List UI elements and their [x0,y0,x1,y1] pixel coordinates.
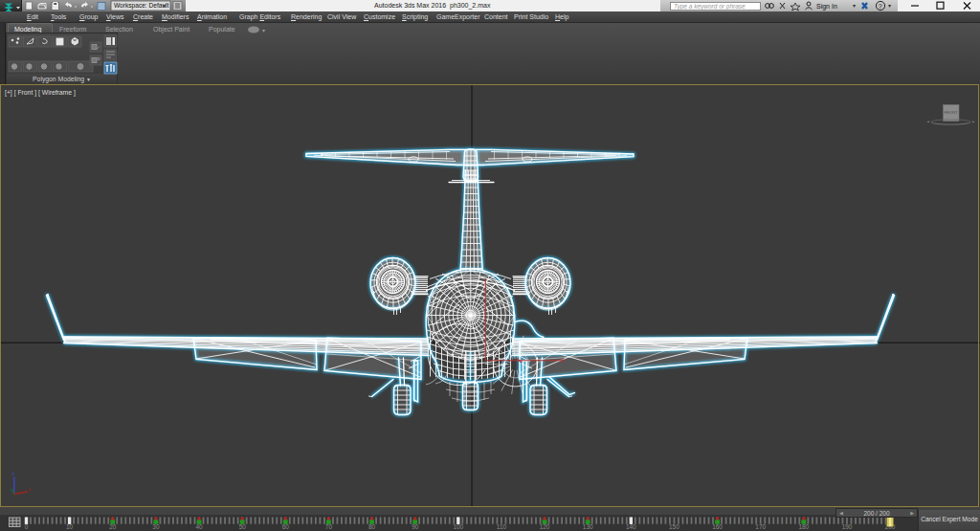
svg-text:130: 130 [583,523,593,530]
svg-text:20: 20 [109,523,117,530]
svg-text:90: 90 [412,523,419,530]
svg-text:180: 180 [798,523,809,530]
svg-text:80: 80 [368,523,376,530]
svg-text:FRONT: FRONT [944,110,958,115]
svg-text:?: ? [879,3,882,10]
svg-text:z: z [12,471,15,476]
svg-text:110: 110 [497,523,507,530]
svg-text:170: 170 [755,523,766,530]
svg-text:▾: ▾ [888,3,891,9]
svg-text:▾: ▾ [262,28,265,33]
svg-text:50: 50 [239,523,247,530]
svg-text:x: x [29,486,32,492]
svg-text:160: 160 [712,523,723,530]
svg-text:70: 70 [325,523,333,530]
svg-text:▾: ▾ [163,3,166,9]
svg-text:10: 10 [66,523,74,530]
svg-text:140: 140 [626,523,636,530]
svg-text:▾: ▾ [853,3,856,9]
svg-text:190: 190 [842,523,853,530]
svg-text:150: 150 [669,523,679,530]
svg-text:0: 0 [25,523,29,530]
svg-text:40: 40 [195,523,203,530]
svg-text:30: 30 [152,523,160,530]
svg-text:Sign In: Sign In [816,3,837,11]
svg-text:60: 60 [282,523,290,530]
svg-text:100: 100 [453,523,463,530]
svg-text:120: 120 [540,523,550,530]
svg-text:[+] [ Front ] [ Wireframe ]: [+] [ Front ] [ Wireframe ] [5,89,76,97]
svg-text:Workspace: Default: Workspace: Default [114,2,169,10]
